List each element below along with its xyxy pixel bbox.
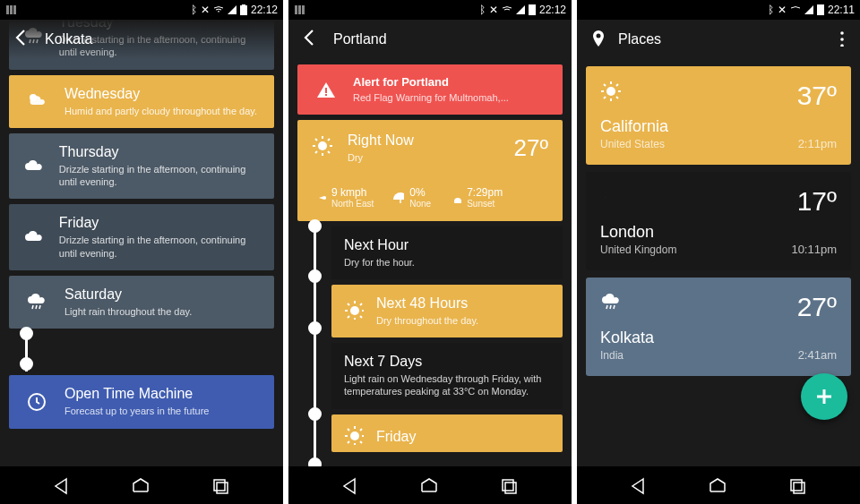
cloud-icon	[22, 226, 47, 248]
page-title: Kolkata	[45, 31, 92, 47]
sun-icon	[344, 300, 364, 323]
umbrella-icon	[390, 189, 404, 205]
now-temp: 27º	[514, 134, 548, 162]
place-card[interactable]: 27º KolkataIndia 2:41am	[586, 278, 851, 376]
add-place-fab[interactable]	[801, 373, 847, 420]
more-button[interactable]	[831, 29, 849, 50]
day-card[interactable]: SaturdayLight rain throughout the day.	[9, 276, 274, 329]
nav-recent-button[interactable]	[498, 475, 521, 495]
timeline-dot	[308, 457, 322, 466]
mute-icon: ✕	[201, 4, 210, 16]
day-card[interactable]: FridayDrizzle starting in the afternoon,…	[9, 204, 274, 270]
nav-back-button[interactable]	[50, 475, 73, 495]
segment-card[interactable]: Next 48 HoursDry throughout the day.	[331, 285, 563, 337]
alert-card[interactable]: Alert for PortlandRed Flag Warning for M…	[297, 64, 563, 115]
precip-label: None	[409, 199, 431, 209]
segment-title: Next 7 Days	[344, 354, 550, 370]
battery-icon	[817, 4, 824, 15]
sunset-label: Sunset	[467, 199, 503, 209]
status-time: 22:12	[539, 4, 566, 16]
status-time: 22:12	[251, 4, 278, 16]
svg-rect-36	[817, 4, 824, 15]
status-bar: ᛒ ✕ 22:12	[288, 0, 572, 20]
svg-rect-27	[6, 5, 9, 14]
day-name: Thursday	[59, 144, 262, 160]
nav-home-button[interactable]	[418, 475, 442, 495]
place-name: Kolkata	[600, 329, 654, 347]
segment-title: Next 48 Hours	[376, 295, 478, 312]
app-header: Places	[577, 20, 860, 59]
moon-icon	[600, 186, 622, 211]
place-card[interactable]: 17º LondonUnited Kingdom 10:11pm	[586, 172, 851, 270]
day-card[interactable]: WednesdayHumid and partly cloudy through…	[9, 75, 274, 128]
svg-rect-35	[529, 4, 536, 15]
sunset-icon	[447, 189, 461, 205]
precip-value: 0%	[409, 186, 431, 199]
day-desc: Light rain throughout the day.	[64, 305, 192, 318]
sunset-value: 7:29pm	[467, 186, 503, 199]
nav-back-button[interactable]	[339, 475, 362, 495]
sun-icon	[600, 81, 622, 106]
back-button[interactable]	[11, 27, 32, 52]
place-name: London	[600, 223, 676, 242]
day-card[interactable]: ThursdayDrizzle starting in the afternoo…	[9, 133, 274, 200]
mute-icon: ✕	[489, 4, 498, 16]
segment-desc: Dry throughout the day.	[376, 314, 478, 327]
segment-desc: Light rain on Wednesday through Friday, …	[344, 372, 550, 398]
segment-desc: Dry for the hour.	[344, 256, 415, 269]
rain-icon	[22, 292, 52, 313]
wifi-icon	[213, 5, 224, 14]
nav-recent-button[interactable]	[787, 475, 810, 495]
segment-card[interactable]: Next HourDry for the hour.	[331, 226, 563, 279]
place-country: India	[600, 349, 654, 362]
svg-rect-30	[240, 5, 247, 15]
app-header: Portland	[288, 20, 572, 59]
battery-icon	[529, 4, 536, 15]
timeline-dot	[20, 357, 33, 371]
timeline-connector	[314, 223, 316, 465]
segment-card[interactable]: Friday	[331, 414, 563, 452]
signal-icon	[228, 5, 236, 14]
day-name: Saturday	[64, 286, 192, 303]
android-nav-bar	[577, 466, 860, 504]
screen-kolkata: ᛒ ✕ 22:12 Kolkata TuesdayDrizzle startin…	[0, 0, 283, 504]
now-sub: Dry	[348, 151, 414, 164]
day-name: Friday	[59, 215, 262, 231]
segment-title: Friday	[376, 429, 416, 445]
mute-icon: ✕	[778, 4, 787, 16]
alert-title: Alert for Portland	[353, 75, 509, 89]
back-button[interactable]	[299, 27, 321, 52]
partly-cloudy-icon	[22, 90, 52, 112]
timeline-dot	[20, 327, 33, 340]
wind-value: 9 kmph	[331, 186, 374, 199]
status-bar: ᛒ ✕ 22:12	[0, 0, 283, 20]
android-nav-bar	[288, 466, 572, 504]
sun-icon	[344, 425, 364, 448]
place-temp: 17º	[797, 186, 837, 217]
bluetooth-icon: ᛒ	[191, 4, 197, 16]
place-time: 2:11pm	[798, 137, 837, 150]
alert-icon	[310, 80, 340, 99]
nav-recent-button[interactable]	[210, 475, 233, 495]
place-name: California	[600, 117, 668, 136]
signal-icon	[804, 5, 813, 14]
bluetooth-icon: ᛒ	[768, 4, 774, 16]
day-name: Wednesday	[64, 86, 257, 102]
nav-home-button[interactable]	[707, 475, 730, 495]
nav-home-button[interactable]	[130, 475, 153, 495]
svg-rect-32	[295, 5, 297, 14]
wifi-icon	[790, 5, 801, 14]
segment-card[interactable]: Next 7 DaysLight rain on Wednesday throu…	[331, 343, 563, 409]
wifi-icon	[502, 5, 512, 14]
day-desc: Drizzle starting in the afternoon, conti…	[59, 234, 262, 260]
place-time: 2:41am	[798, 348, 837, 362]
nav-back-button[interactable]	[627, 475, 650, 495]
svg-rect-28	[10, 5, 13, 14]
cloud-icon	[22, 156, 47, 177]
signal-icon	[516, 5, 525, 14]
wind-label: North East	[331, 199, 374, 209]
alert-desc: Red Flag Warning for Multnomah,...	[353, 91, 509, 104]
now-card[interactable]: Right NowDry 27º 9 kmphNorth East 0%None…	[297, 120, 563, 220]
place-card[interactable]: 37º CaliforniaUnited States 2:11pm	[586, 66, 851, 165]
time-machine-card[interactable]: Open Time MachineForecast up to years in…	[9, 375, 274, 428]
